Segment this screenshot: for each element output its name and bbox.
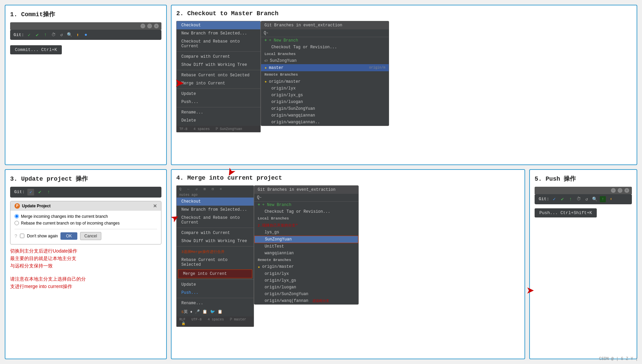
radio-merge[interactable]: Merge incoming changes into the current …: [15, 214, 157, 219]
ctx-checkout[interactable]: Checkout: [177, 21, 260, 29]
blue-circle-icon[interactable]: ●: [83, 32, 89, 38]
ctx-checkout-2[interactable]: Checkout: [177, 198, 254, 206]
radio-rebase[interactable]: Rebase the current branch on top of inco…: [15, 221, 157, 226]
branches-title-1: Git Branches in event_extraction: [261, 21, 389, 29]
ctx-checkout-rebase-2[interactable]: Checkout and Rebase onto Current: [177, 214, 254, 227]
ctx-dele-2[interactable]: S英 ♦ 🎤 📋 🐦 📋: [177, 307, 254, 316]
context-menu-1: Checkout New Branch from Selected... Che…: [176, 21, 261, 132]
ctx-rebase-2[interactable]: Rebase Current onto Selected: [177, 256, 254, 269]
branches-search-1[interactable]: Q-: [261, 29, 389, 37]
ctx-show-diff[interactable]: Show Diff with Working Tree: [177, 61, 260, 69]
close-button[interactable]: ✕: [154, 24, 159, 28]
orange-icon[interactable]: ⬆: [75, 32, 81, 38]
panel-update: 3. Update project 操作 Git: ✓ ✔ ↑ P Update…: [5, 169, 167, 360]
remote-luogan-1[interactable]: origin/luogan: [261, 99, 389, 105]
minimize-button-5[interactable]: ─: [611, 188, 616, 193]
ctx-checkout-rebase[interactable]: Checkout and Rebase onto Current: [177, 37, 260, 50]
ctx-merge-current[interactable]: Merge into Current: [178, 269, 252, 278]
ctx-sep-7: [177, 279, 254, 280]
clock-icon[interactable]: ⏱: [50, 32, 56, 38]
commit-tooltip[interactable]: Commit... Ctrl+K: [10, 45, 62, 54]
ctx-sep-2: [177, 70, 260, 70]
remote-lyx-2[interactable]: origin/lyx: [254, 270, 358, 277]
push-green-check[interactable]: ✔: [559, 196, 565, 202]
update-toolbar: Git: ✓ ✔ ↑: [10, 187, 161, 198]
ctx-rename[interactable]: Rename...: [177, 108, 260, 116]
update-arrow-up[interactable]: ↑: [46, 189, 52, 195]
push-upload-icon[interactable]: ↑: [600, 196, 606, 202]
branch-lys-gs[interactable]: lys_gs: [254, 229, 358, 236]
remote-lyx-1[interactable]: origin/lyx: [261, 85, 389, 92]
push-tooltip[interactable]: Push... Ctrl+Shift+K: [535, 208, 597, 217]
panel1-title: 1. Commit操作: [10, 10, 161, 18]
ctx-compare-2[interactable]: Compare with Current: [177, 229, 254, 237]
branch-sunzongyuan-1[interactable]: 🏷 SunZongYuan: [261, 57, 389, 64]
statusbar-2: RLF UTF-8 4 spaces ℙ master 🔒: [177, 316, 254, 327]
branches-search-2[interactable]: Q-: [254, 194, 358, 202]
remote-origin-master-1[interactable]: ★ origin/master: [261, 78, 389, 85]
remote-wangqfannan[interactable]: origin/wanq(fannan 进远程分支: [254, 297, 358, 304]
ctx-rename-2[interactable]: Rename...: [177, 299, 254, 307]
git-label-3: Git:: [14, 189, 25, 194]
tag-icon-1: 🏷: [264, 59, 268, 63]
push-undo[interactable]: ↺: [584, 196, 590, 202]
update-green-check[interactable]: ✔: [37, 189, 43, 195]
arrow-up-icon[interactable]: ↑: [42, 32, 48, 38]
dont-show-checkbox[interactable]: [20, 234, 24, 238]
ctx-new-branch-2[interactable]: New Branch from Selected...: [177, 206, 254, 214]
branch-wangqiannian[interactable]: wangqiannian: [254, 250, 358, 257]
local-branches-header-1: Local Branches: [261, 51, 389, 57]
remote-origin-master-2[interactable]: ★ origin/master: [254, 263, 358, 270]
branch-sunzongyuan-active[interactable]: SunZongYuan: [254, 236, 358, 243]
undo-icon[interactable]: ↺: [58, 32, 65, 38]
push-search[interactable]: 🔍: [592, 196, 598, 202]
radio-rebase-label: Rebase the current branch on top of inco…: [21, 221, 120, 226]
branches-title-2: Git Branches in event_extraction: [254, 186, 358, 194]
remote-wangqiannan2-1[interactable]: origin/wangqiannan..: [261, 119, 389, 126]
checkout-tag-btn-2[interactable]: Checkout Tag or Revision...: [254, 208, 358, 215]
push-clock[interactable]: ⏱: [575, 196, 582, 202]
remote-luogan-2[interactable]: origin/luogan: [254, 284, 358, 291]
new-branch-btn-1[interactable]: + + New Branch: [261, 37, 389, 44]
ctx-show-diff-2[interactable]: Show Diff with Working Tree: [177, 237, 254, 245]
radio-merge-input[interactable]: [15, 214, 19, 218]
remote-sunzongyuan-2[interactable]: origin/SunZongYuan: [254, 291, 358, 297]
push-checkmark[interactable]: ✓: [551, 196, 557, 202]
remote-lyx-gs-1[interactable]: origin/lyx_gs: [261, 92, 389, 99]
ctx-delete[interactable]: Delete: [177, 116, 260, 125]
dialog-close-btn[interactable]: ✕: [153, 203, 157, 209]
ctx-update[interactable]: Update: [177, 90, 260, 98]
maximize-button-5[interactable]: □: [618, 188, 622, 193]
remote-lyx-gs-2[interactable]: origin/lyx_gs: [254, 277, 358, 284]
git-label-1: Git:: [14, 32, 24, 37]
local-branches-header-2: Local Branches: [254, 215, 358, 222]
search-icon[interactable]: 🔍: [67, 32, 73, 38]
minimize-button[interactable]: ─: [140, 24, 145, 28]
checkout-tag-btn-1[interactable]: Checkout Tag or Revision...: [261, 44, 389, 51]
branch-unittest[interactable]: UnitTest: [254, 243, 358, 250]
remote-sunzongyuan-1[interactable]: origin/SunZongYuan: [261, 105, 389, 112]
checkmark2-icon[interactable]: ✔: [34, 32, 40, 38]
branch-master-1[interactable]: ★ master origin/m: [261, 64, 389, 71]
ctx-update-2[interactable]: Update: [177, 281, 254, 289]
maximize-button[interactable]: □: [147, 24, 152, 28]
push-arrow-up[interactable]: ↑: [567, 196, 573, 202]
panel-checkout: 2. Checkout to Master Branch Checkout Ne…: [171, 5, 637, 165]
radio-rebase-input[interactable]: [15, 221, 19, 225]
ctx-new-branch-selected[interactable]: New Branch from Selected...: [177, 29, 260, 37]
remote-wangqiannan-1[interactable]: origin/wangqiannan: [261, 112, 389, 119]
help-icon: ?: [15, 233, 17, 239]
checkmark-icon-1[interactable]: ✓: [26, 32, 32, 38]
ctx-push-2[interactable]: Push...: [177, 289, 254, 297]
ok-button[interactable]: OK: [60, 232, 77, 240]
ctx-merge[interactable]: Merge into Current: [177, 79, 260, 87]
ctx-sep-4: [177, 107, 260, 107]
push-orange[interactable]: ⬆: [608, 196, 614, 202]
cancel-button[interactable]: Cancel: [80, 232, 101, 240]
ctx-compare[interactable]: Compare with Current: [177, 53, 260, 61]
ctx-rebase[interactable]: Rebase Current onto Selected: [177, 71, 260, 79]
ctx-push[interactable]: Push...: [177, 98, 260, 106]
new-branch-btn-2[interactable]: + + New Branch: [254, 202, 358, 208]
close-button-5[interactable]: ✕: [624, 188, 629, 193]
update-check-icon[interactable]: ✓: [27, 189, 34, 196]
